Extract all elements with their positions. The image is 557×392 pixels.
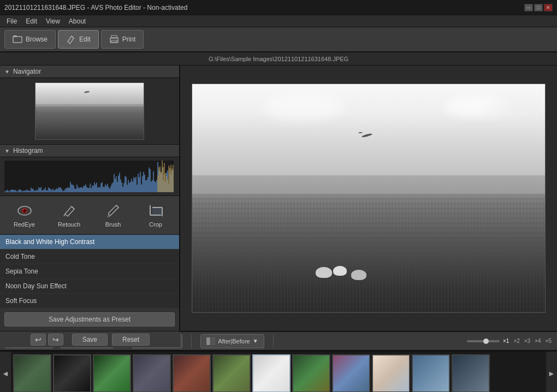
svg-line-2 <box>72 36 74 38</box>
undo-button[interactable]: ↩ <box>31 334 46 346</box>
effect-bw-high-contrast[interactable]: Black and White High Contrast <box>0 235 179 250</box>
filmstrip-thumb-9[interactable] <box>332 354 370 392</box>
separator-2 <box>191 335 192 348</box>
main-area: ▼ Navigator ▼ Hi <box>0 66 557 331</box>
effect-noon-day[interactable]: Noon Day Sun Effect <box>0 279 179 294</box>
titlebar: 20121101211631648.JPEG - AVS Photo Edito… <box>0 0 557 15</box>
filmstrip-thumb-2[interactable] <box>53 354 91 392</box>
zoom-x3[interactable]: ×3 <box>523 338 531 344</box>
effects-list: Black and White High Contrast Cold Tone … <box>0 235 179 308</box>
brush-icon <box>103 203 123 219</box>
zoom-x5[interactable]: ×5 <box>544 338 553 344</box>
svg-point-9 <box>23 209 24 210</box>
redo-button[interactable]: ↪ <box>48 334 63 346</box>
filmstrip-thumb-1[interactable] <box>13 354 51 392</box>
save-reset-row: ↩ ↪ Save Reset <box>0 331 180 347</box>
brush-label: Brush <box>105 221 121 228</box>
image-area <box>180 66 557 331</box>
filmstrip-items <box>11 352 546 392</box>
filmstrip-thumb-8[interactable] <box>292 354 330 392</box>
redeye-label: RedEye <box>14 221 35 228</box>
filmstrip-thumb-7[interactable] <box>252 354 291 392</box>
undo-redo-controls: ↩ ↪ <box>31 334 63 346</box>
after-before-button[interactable]: After|Before ▼ <box>200 334 264 348</box>
filmstrip-thumb-4[interactable] <box>133 354 171 392</box>
effects-area: Black and White High Contrast Cold Tone … <box>0 235 179 331</box>
redeye-icon <box>15 203 34 219</box>
reset-button[interactable]: Reset <box>112 334 150 346</box>
brush-tool[interactable]: Brush <box>99 200 127 230</box>
tools-row: RedEye Retouch <box>0 196 179 235</box>
separator-3 <box>273 335 274 348</box>
navigator-header[interactable]: ▼ Navigator <box>0 66 179 78</box>
zoom-x1[interactable]: ×1 <box>502 338 510 344</box>
close-button[interactable]: ✕ <box>544 4 553 11</box>
navigator-section: ▼ Navigator <box>0 66 179 145</box>
browse-label: Browse <box>26 35 48 43</box>
svg-line-11 <box>64 214 65 216</box>
filmstrip-thumb-5[interactable] <box>173 354 211 392</box>
menu-file[interactable]: File <box>2 16 21 26</box>
after-before-icon <box>206 337 215 345</box>
right-content <box>180 66 557 331</box>
effect-sepia-tone[interactable]: Sepia Tone <box>0 264 179 279</box>
filmstrip-thumb-10[interactable] <box>372 354 410 392</box>
zoom-thumb[interactable] <box>483 338 489 344</box>
effect-cold-tone[interactable]: Cold Tone <box>0 250 179 264</box>
svg-rect-20 <box>211 337 215 345</box>
filmstrip-prev-button[interactable]: ◄ <box>0 352 11 392</box>
filmstrip-thumb-6[interactable] <box>212 354 251 392</box>
edit-icon <box>66 34 76 44</box>
zoom-controls: ×1 ×2 ×3 ×4 ×5 <box>467 338 553 344</box>
retouch-tool[interactable]: Retouch <box>54 200 85 230</box>
menu-edit[interactable]: Edit <box>21 16 42 26</box>
minimize-button[interactable]: ─ <box>524 4 533 11</box>
browse-button[interactable]: Browse <box>4 30 56 49</box>
zoom-x2[interactable]: ×2 <box>512 338 520 344</box>
filmstrip-thumb-11[interactable] <box>412 354 450 392</box>
print-label: Print <box>122 35 136 43</box>
app-title: 20121101211631648.JPEG - AVS Photo Edito… <box>4 4 187 11</box>
save-adjustments-button[interactable]: Save Adjustments as Preset <box>4 312 175 326</box>
effect-soft-focus[interactable]: Soft Focus <box>0 294 179 308</box>
svg-rect-5 <box>111 40 117 42</box>
histogram-header[interactable]: ▼ Histogram <box>0 145 179 157</box>
save-button[interactable]: Save <box>72 334 108 346</box>
maximize-button[interactable]: □ <box>534 4 543 11</box>
filmstrip-thumb-3[interactable] <box>93 354 131 392</box>
filepath-bar: G:\Files\Sample Images\20121101211631648… <box>0 52 557 66</box>
menu-about[interactable]: About <box>64 16 90 26</box>
histogram-collapse-icon: ▼ <box>4 148 10 154</box>
svg-rect-0 <box>13 37 22 43</box>
histogram-title: Histogram <box>13 147 43 155</box>
navigator-collapse-icon: ▼ <box>4 69 10 75</box>
window-controls: ─ □ ✕ <box>524 4 553 11</box>
navigator-thumbnail[interactable] <box>35 82 144 140</box>
crop-label: Crop <box>149 221 162 228</box>
filmstrip-next-button[interactable]: ► <box>546 352 557 392</box>
edit-label: Edit <box>79 35 91 43</box>
histogram-section: ▼ Histogram <box>0 145 179 196</box>
zoom-track[interactable] <box>467 340 500 342</box>
crop-tool[interactable]: Crop <box>141 200 170 230</box>
print-button[interactable]: Print <box>101 30 144 49</box>
crop-icon <box>146 203 165 219</box>
navigator-content <box>0 78 179 144</box>
redeye-tool[interactable]: RedEye <box>9 200 39 230</box>
browse-icon <box>13 34 22 44</box>
main-image <box>192 84 546 313</box>
retouch-label: Retouch <box>58 221 80 228</box>
edit-button[interactable]: Edit <box>58 30 99 49</box>
zoom-x4[interactable]: ×4 <box>534 338 542 344</box>
navigator-title: Navigator <box>13 68 41 75</box>
svg-rect-18 <box>152 207 162 215</box>
svg-point-13 <box>107 215 110 217</box>
after-before-label: After|Before <box>218 338 250 345</box>
filmstrip-thumb-12[interactable] <box>452 354 490 392</box>
svg-line-10 <box>72 206 74 209</box>
svg-rect-1 <box>13 35 17 37</box>
svg-line-12 <box>116 205 118 207</box>
histogram-content <box>0 157 179 195</box>
retouch-icon <box>60 203 79 219</box>
menu-view[interactable]: View <box>42 16 64 26</box>
